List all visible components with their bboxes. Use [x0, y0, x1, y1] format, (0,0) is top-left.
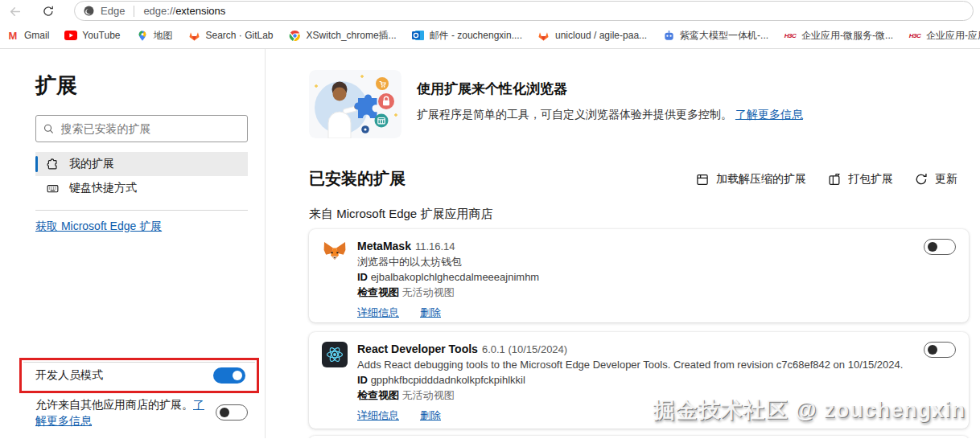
- installed-section-header: 已安装的扩展 加载解压缩的扩展 打包扩展 更新: [309, 168, 957, 190]
- update-icon: [914, 172, 929, 187]
- sidebar-divider: [35, 210, 248, 211]
- installed-actions: 加载解压缩的扩展 打包扩展 更新: [695, 172, 957, 187]
- gitlab-icon: [537, 29, 550, 42]
- bookmarks-bar: M Gmail YouTube 地图 Search · GitLab XSwit…: [0, 23, 980, 49]
- hero-description: 扩展程序是简单的工具，可自定义浏览器体验并提供更多控制。 了解更多信息: [417, 108, 803, 122]
- address-divider: [134, 6, 134, 17]
- pack-extension-button[interactable]: 打包扩展: [827, 172, 893, 187]
- hero-illustration: [309, 70, 401, 138]
- hero-learn-more-link[interactable]: 了解更多信息: [735, 108, 803, 121]
- search-icon: [43, 122, 55, 135]
- bookmark-maps[interactable]: 地图: [136, 29, 173, 43]
- sidebar-item-my-extensions[interactable]: 我的扩展: [35, 152, 248, 176]
- extension-version: 6.0.1 (10/15/2024): [482, 343, 567, 355]
- extension-id: ejbalbakoplchlghecdalmeeeajnimhm: [371, 271, 540, 283]
- action-label: 加载解压缩的扩展: [716, 172, 806, 187]
- developer-mode-label: 开发人员模式: [35, 368, 103, 383]
- extension-title-row: MetaMask11.16.14: [357, 239, 539, 254]
- bookmark-label: unicloud / agile-paa...: [555, 30, 647, 41]
- chrome-icon: [289, 29, 302, 42]
- bookmark-xswitch[interactable]: XSwitch_chrome插...: [289, 29, 397, 43]
- action-label: 打包扩展: [848, 172, 893, 187]
- edge-extensions-page: Edge edge://extensions M Gmail YouTube 地…: [0, 0, 980, 439]
- details-link[interactable]: 详细信息: [357, 305, 399, 320]
- id-label: ID: [357, 271, 368, 283]
- details-link[interactable]: 详细信息: [357, 408, 399, 423]
- back-button[interactable]: [6, 3, 23, 19]
- remove-link[interactable]: 删除: [420, 408, 441, 423]
- h3c-icon: H3C: [784, 29, 797, 42]
- extension-links: 详细信息 删除: [357, 305, 539, 320]
- bookmark-h3c-app[interactable]: H3C 企业应用-应用管理: [908, 29, 980, 43]
- react-icon: [322, 342, 348, 367]
- pack-extension-icon: [827, 172, 842, 187]
- bookmark-label: 地图: [154, 29, 173, 43]
- views-value: 无活动视图: [402, 286, 455, 298]
- bookmark-label: 邮件 - zouchengxin....: [430, 29, 522, 43]
- metamask-fox-icon: [322, 239, 348, 265]
- url-scheme: edge://: [143, 5, 175, 17]
- allow-other-stores-toggle[interactable]: [216, 404, 248, 421]
- site-label: Edge: [101, 5, 125, 17]
- extension-version: 11.16.14: [415, 240, 455, 252]
- address-bar[interactable]: Edge edge://extensions: [74, 1, 974, 21]
- refresh-button[interactable]: [40, 3, 56, 19]
- store-source-heading: 来自 Microsoft Edge 扩展应用商店: [309, 207, 492, 222]
- developer-mode-row: 开发人员模式: [35, 360, 245, 391]
- refresh-icon: [42, 5, 55, 18]
- sidebar-item-keyboard-shortcuts[interactable]: 键盘快捷方式: [35, 176, 248, 200]
- bookmark-gitlab-search[interactable]: Search · GitLab: [188, 29, 274, 42]
- allow-text: 允许来自其他应用商店的扩展。: [35, 398, 193, 411]
- load-unpacked-button[interactable]: 加载解压缩的扩展: [695, 172, 806, 187]
- allow-other-stores-label: 允许来自其他应用商店的扩展。了解更多信息: [35, 396, 209, 429]
- hero-text: 使用扩展来个性化浏览器 扩展程序是简单的工具，可自定义浏览器体验并提供更多控制。…: [417, 80, 803, 122]
- bookmark-label: Gmail: [24, 30, 49, 41]
- youtube-icon: [64, 29, 77, 42]
- back-arrow-icon: [8, 5, 22, 18]
- remove-link[interactable]: 删除: [420, 305, 441, 320]
- extension-enable-toggle[interactable]: [924, 342, 956, 358]
- outlook-icon: [412, 29, 425, 42]
- extension-description: 浏览器中的以太坊钱包: [357, 254, 539, 269]
- extension-card-metamask: MetaMask11.16.14 浏览器中的以太坊钱包 ID ejbalbako…: [309, 229, 969, 322]
- developer-mode-toggle[interactable]: [213, 367, 245, 384]
- extensions-sidebar: 扩展 我的扩展 键盘快捷方式 获取 Microsoft Edge 扩展: [0, 49, 266, 438]
- bookmark-youtube[interactable]: YouTube: [64, 29, 120, 42]
- bookmark-label: XSwitch_chrome插...: [307, 29, 397, 43]
- extensions-main: 使用扩展来个性化浏览器 扩展程序是简单的工具，可自定义浏览器体验并提供更多控制。…: [266, 49, 980, 438]
- extension-card-partial: [309, 436, 969, 438]
- bookmark-unicloud[interactable]: unicloud / agile-paa...: [537, 29, 647, 42]
- search-input[interactable]: [61, 122, 241, 135]
- extension-name: MetaMask: [357, 240, 411, 252]
- search-box[interactable]: [35, 115, 248, 142]
- extension-enable-toggle[interactable]: [924, 239, 956, 255]
- gmail-icon: M: [6, 29, 19, 42]
- installed-title: 已安装的扩展: [309, 168, 406, 190]
- allow-other-stores-row: 允许来自其他应用商店的扩展。了解更多信息: [35, 396, 248, 429]
- bookmark-mail[interactable]: 邮件 - zouchengxin....: [412, 29, 522, 43]
- bookmark-ziluan[interactable]: 紫鸾大模型一体机-...: [662, 29, 768, 43]
- page-title: 扩展: [35, 72, 77, 100]
- extension-id: gpphkfbcpidddadnkolkpfckpihlkkil: [371, 374, 525, 386]
- sidebar-item-label: 我的扩展: [69, 157, 114, 171]
- get-extensions-link[interactable]: 获取 Microsoft Edge 扩展: [35, 220, 162, 234]
- bookmark-h3c-micro[interactable]: H3C 企业应用-微服务-微...: [784, 29, 893, 43]
- inspect-views-row: 检查视图 无活动视图: [357, 285, 539, 300]
- browser-toolbar: Edge edge://extensions: [0, 0, 980, 23]
- views-label: 检查视图: [357, 286, 399, 298]
- edge-logo-icon: [83, 5, 95, 17]
- update-button[interactable]: 更新: [914, 172, 957, 187]
- url-host: extensions: [175, 5, 225, 17]
- hero-description-text: 扩展程序是简单的工具，可自定义浏览器体验并提供更多控制。: [417, 108, 732, 121]
- bookmark-gmail[interactable]: M Gmail: [6, 29, 49, 42]
- watermark-text: 掘金技术社区 @ zouchengxin: [653, 396, 966, 425]
- views-value: 无活动视图: [402, 389, 455, 401]
- extension-title-row: React Developer Tools6.0.1 (10/15/2024): [357, 342, 903, 357]
- extension-id-row: ID ejbalbakoplchlghecdalmeeeajnimhm: [357, 269, 539, 285]
- views-label: 检查视图: [357, 389, 399, 401]
- bookmark-label: 企业应用-应用管理: [926, 29, 980, 43]
- hero-title: 使用扩展来个性化浏览器: [417, 80, 803, 98]
- extension-id-row: ID gpphkfbcpidddadnkolkpfckpihlkkil: [357, 372, 903, 388]
- load-unpacked-icon: [695, 172, 710, 187]
- robot-icon: [662, 29, 675, 42]
